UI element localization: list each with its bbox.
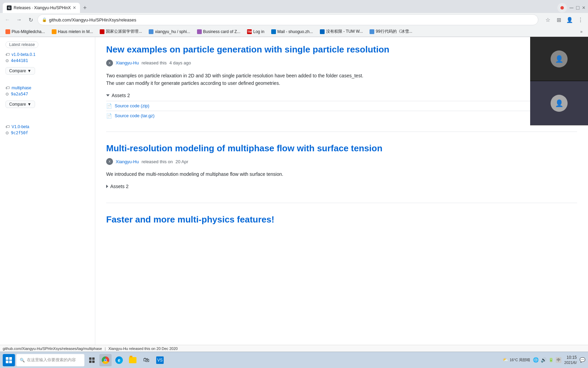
- profile-icon[interactable]: 👤: [565, 15, 574, 25]
- commit-item-2: ⊙ 9c2f50f: [5, 131, 89, 135]
- assets-toggle-0[interactable]: Assets 2: [106, 93, 577, 98]
- forward-button[interactable]: →: [14, 15, 24, 25]
- author-link-0[interactable]: Xiangyu-Hu: [116, 60, 139, 65]
- status-hover-text: Xiangyu-Hu released this on 20 Dec 2020: [109, 347, 178, 351]
- release-title-0[interactable]: New examples on particle generation with…: [106, 44, 577, 56]
- release-title-2[interactable]: Faster and more multi-physics features!: [106, 214, 577, 226]
- bookmark-label-2: 国家公派留学管理...: [106, 29, 142, 34]
- close-window-button[interactable]: ×: [582, 5, 585, 11]
- asset-link-0-0[interactable]: 📄 Source code (zip): [106, 101, 577, 111]
- release-meta-0: X Xiangyu-Hu released this 4 days ago: [106, 60, 577, 66]
- bookmark-4[interactable]: Business card of Z...: [194, 29, 243, 35]
- bookmark-5[interactable]: TM Log in: [244, 29, 267, 35]
- video-panel-bottom: 👤: [530, 81, 588, 125]
- body-line-0-1: The user can modify it for generate part…: [106, 79, 577, 87]
- bookmark-8[interactable]: 99行代码的《冰雪...: [367, 28, 415, 35]
- reading-list-icon[interactable]: ⊞: [554, 15, 564, 25]
- sidebar-section-v1beta: 🏷 V1.0-beta ⊙ 9c2f50f: [5, 124, 89, 135]
- bookmark-7[interactable]: 没有权限 - TUM W...: [317, 28, 366, 35]
- store-icon[interactable]: 🛍: [140, 354, 152, 366]
- bookmark-favicon-0: [5, 29, 10, 34]
- asset-link-0-1[interactable]: 📄 Source code (tar.gz): [106, 111, 577, 121]
- refresh-button[interactable]: ↻: [26, 15, 35, 25]
- svg-rect-7: [92, 361, 95, 363]
- tab-close-button[interactable]: ×: [73, 5, 76, 11]
- tag-name-0[interactable]: v1.0-beta.0.1: [12, 52, 35, 57]
- bookmark-1[interactable]: Haus mieten in M...: [49, 29, 96, 35]
- bookmark-favicon-6: [271, 29, 276, 34]
- assets-section-1: Assets 2: [106, 184, 577, 189]
- status-bar: github.com/Xiangyu-Hu/SPHinXsys/releases…: [0, 345, 588, 352]
- release-entry-1: Multi-resolution modeling of multiphase …: [106, 143, 577, 203]
- bookmark-star-icon[interactable]: ☆: [543, 15, 553, 25]
- minimize-button[interactable]: ─: [570, 5, 573, 11]
- bookmarks-bar: Plus-Mitgliedcha... Haus mieten in M... …: [0, 27, 588, 37]
- avatar-0: X: [106, 60, 113, 66]
- volume-icon[interactable]: 🔊: [541, 357, 546, 363]
- tab-bar: G Releases · Xiangyu-Hu/SPHinX × + ─ □ ×: [0, 0, 588, 13]
- release-title-1[interactable]: Multi-resolution modeling of multiphase …: [106, 143, 577, 154]
- tag-name-1[interactable]: multiphase: [12, 86, 31, 90]
- task-view-icon: [89, 357, 95, 363]
- compare-button-0[interactable]: Compare ▼: [5, 67, 35, 75]
- file-explorer-icon[interactable]: [127, 354, 139, 366]
- system-tray-icons: ⛅ 16°C 局部晴: [503, 357, 530, 363]
- svg-rect-4: [89, 357, 92, 360]
- more-menu-icon[interactable]: ⋮: [576, 15, 585, 25]
- taskbar: 🔍 在这里输入你要搜索的内容 e 🛍 VS ⛅ 16°: [0, 352, 588, 368]
- asset-label-0-0: Source code (zip): [115, 103, 149, 108]
- release-body-0: Two examples on particle relaxation in 2…: [106, 72, 577, 87]
- tab-favicon: G: [7, 5, 12, 10]
- task-view-button[interactable]: [86, 354, 98, 366]
- tag-name-2[interactable]: V1.0-beta: [12, 124, 29, 129]
- svg-rect-2: [6, 361, 9, 363]
- bookmark-0[interactable]: Plus-Mitgliedcha...: [3, 29, 48, 35]
- tag-item-1: 🏷 multiphase: [5, 86, 89, 90]
- network-icon[interactable]: 🌐: [533, 357, 539, 363]
- chrome-app-icon[interactable]: [99, 354, 112, 366]
- commit-hash-0[interactable]: 4e44181: [11, 58, 28, 63]
- bookmark-favicon-4: [197, 29, 202, 34]
- assets-section-0: Assets 2 📄 Source code (zip) 📄 Source co…: [106, 93, 577, 121]
- svg-rect-0: [6, 357, 9, 360]
- sidebar-section-multiphase: 🏷 multiphase ⊙ 9a2a547 Compare ▼: [5, 86, 89, 108]
- assets-toggle-1[interactable]: Assets 2: [106, 184, 577, 189]
- compare-chevron-0: ▼: [27, 68, 31, 73]
- maximize-button[interactable]: □: [576, 5, 579, 11]
- main-content: New examples on particle generation with…: [95, 37, 588, 368]
- time-text-1: 20 Apr: [176, 159, 189, 164]
- bookmark-2[interactable]: 国家公派留学管理...: [97, 28, 145, 35]
- bookmark-favicon-2: [100, 29, 104, 34]
- notification-icon[interactable]: 💬: [579, 357, 585, 363]
- commit-hash-1[interactable]: 9a2a547: [11, 92, 28, 96]
- back-button[interactable]: ←: [3, 15, 12, 25]
- compare-chevron-1: ▼: [27, 102, 31, 107]
- taskbar-search-bar[interactable]: 🔍 在这里输入你要搜索的内容: [16, 354, 84, 366]
- bookmark-6[interactable]: Mail - shuoguo.zh...: [268, 29, 316, 35]
- released-text-0: released this: [142, 60, 167, 65]
- svg-rect-1: [9, 357, 12, 360]
- author-link-1[interactable]: Xiangyu-Hu: [116, 159, 139, 164]
- compare-button-1[interactable]: Compare ▼: [5, 101, 35, 108]
- asset-targz-icon: 📄: [106, 113, 112, 119]
- security-icon: 🔒: [42, 17, 47, 22]
- commit-hash-2[interactable]: 9c2f50f: [11, 131, 28, 135]
- tag-icon-1: 🏷: [5, 86, 10, 90]
- sidebar: Latest release 🏷 v1.0-beta.0.1 ⊙ 4e44181…: [0, 37, 95, 368]
- release-entry-2: Faster and more multi-physics features!: [106, 214, 577, 241]
- bookmark-3[interactable]: xiangyu_hu / sphi...: [146, 29, 193, 35]
- record-button[interactable]: [557, 3, 567, 13]
- url-bar[interactable]: 🔒 github.com/Xiangyu-Hu/SPHinXsys/releas…: [37, 14, 538, 25]
- system-icons: 🌐 🔊 🔋 中: [533, 357, 561, 363]
- commit-icon-1: ⊙: [5, 92, 9, 96]
- clock[interactable]: 10:15 2021/6/: [564, 355, 577, 365]
- start-button[interactable]: [3, 354, 15, 366]
- active-tab[interactable]: G Releases · Xiangyu-Hu/SPHinX ×: [3, 3, 80, 13]
- bookmark-label-0: Plus-Mitgliedcha...: [12, 29, 45, 34]
- more-bookmarks-button[interactable]: »: [577, 29, 585, 35]
- time-display: 10:15: [564, 355, 577, 361]
- new-tab-button[interactable]: +: [80, 3, 89, 13]
- edge-app-icon[interactable]: e: [113, 354, 125, 366]
- video-person-bottom: 👤: [530, 81, 588, 125]
- vscode-icon[interactable]: VS: [154, 354, 166, 366]
